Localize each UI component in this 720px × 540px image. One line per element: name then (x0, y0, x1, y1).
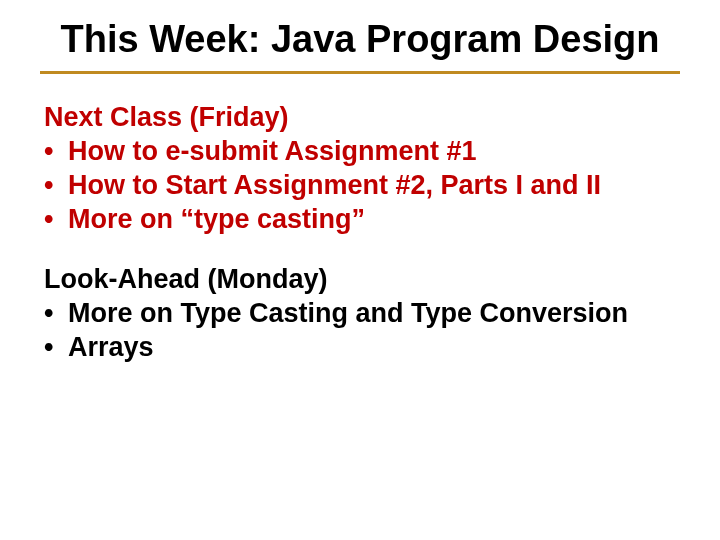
bullet-icon: • (44, 203, 68, 237)
list-item: •How to e-submit Assignment #1 (44, 135, 680, 169)
bullet-icon: • (44, 135, 68, 169)
section-next-class: Next Class (Friday) •How to e-submit Ass… (40, 102, 680, 236)
bullet-text: More on “type casting” (68, 204, 365, 234)
bullet-icon: • (44, 297, 68, 331)
section-heading: Look-Ahead (Monday) (44, 264, 680, 295)
bullet-text: How to Start Assignment #2, Parts I and … (68, 170, 601, 200)
bullet-list: •More on Type Casting and Type Conversio… (44, 297, 680, 365)
list-item: •More on “type casting” (44, 203, 680, 237)
bullet-text: How to e-submit Assignment #1 (68, 136, 477, 166)
bullet-list: •How to e-submit Assignment #1 •How to S… (44, 135, 680, 236)
bullet-text: Arrays (68, 332, 154, 362)
section-heading: Next Class (Friday) (44, 102, 680, 133)
slide-title: This Week: Java Program Design (40, 18, 680, 74)
list-item: •Arrays (44, 331, 680, 365)
bullet-text: More on Type Casting and Type Conversion (68, 298, 628, 328)
bullet-icon: • (44, 331, 68, 365)
list-item: •How to Start Assignment #2, Parts I and… (44, 169, 680, 203)
bullet-icon: • (44, 169, 68, 203)
list-item: •More on Type Casting and Type Conversio… (44, 297, 680, 331)
section-look-ahead: Look-Ahead (Monday) •More on Type Castin… (40, 264, 680, 365)
